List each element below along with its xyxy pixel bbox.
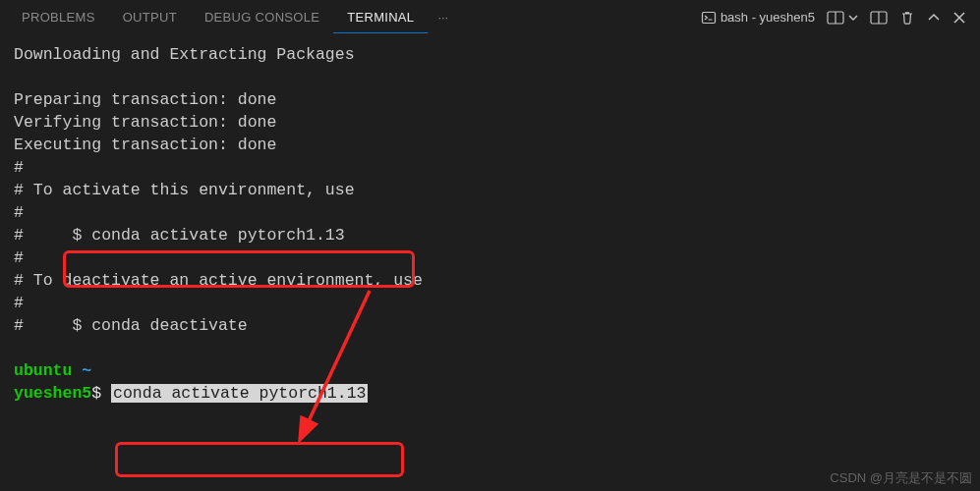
terminal-current-command: conda activate pytorch1.13 bbox=[111, 384, 368, 403]
terminal-select[interactable]: bash - yueshen5 bbox=[701, 10, 815, 26]
annotation-box bbox=[115, 442, 404, 477]
terminal-line: # bbox=[14, 203, 24, 222]
split-terminal-icon bbox=[827, 10, 844, 26]
terminal-line: Downloading and Extracting Packages bbox=[14, 45, 355, 64]
terminal-line: # $ conda activate pytorch1.13 bbox=[14, 226, 345, 245]
terminal-line: Verifying transaction: done bbox=[14, 113, 276, 132]
terminal-prompt-line: yueshen5$ conda activate pytorch1.13 bbox=[14, 384, 368, 403]
terminal-output[interactable]: Downloading and Extracting Packages Prep… bbox=[0, 35, 980, 412]
split-terminal-button[interactable] bbox=[827, 10, 858, 26]
terminal-line: # To deactivate an active environment, u… bbox=[14, 271, 423, 290]
terminal-prompt-line: ubuntu ~ bbox=[14, 361, 91, 380]
close-panel-button[interactable] bbox=[952, 11, 966, 25]
new-terminal-button[interactable] bbox=[870, 10, 888, 26]
terminal-toolbar: bash - yueshen5 bbox=[701, 10, 972, 26]
tab-output[interactable]: OUTPUT bbox=[109, 2, 191, 32]
terminal-line: # $ conda deactivate bbox=[14, 316, 248, 335]
chevron-down-icon bbox=[848, 13, 858, 23]
tabs-overflow-icon[interactable]: ··· bbox=[428, 2, 458, 32]
svg-rect-0 bbox=[702, 12, 715, 23]
watermark: CSDN @月亮是不是不圆 bbox=[830, 469, 972, 487]
terminal-line: Executing transaction: done bbox=[14, 136, 276, 154]
panel-icon bbox=[870, 10, 888, 26]
shell-name: bash - yueshen5 bbox=[721, 10, 815, 25]
maximize-panel-button[interactable] bbox=[927, 11, 941, 25]
tab-debug-console[interactable]: DEBUG CONSOLE bbox=[191, 2, 333, 32]
tab-terminal[interactable]: TERMINAL bbox=[333, 2, 428, 33]
trash-icon bbox=[899, 10, 915, 26]
terminal-line: Preparing transaction: done bbox=[14, 90, 276, 109]
chevron-up-icon bbox=[927, 11, 941, 25]
terminal-line: # bbox=[14, 158, 24, 177]
panel-tabbar: PROBLEMS OUTPUT DEBUG CONSOLE TERMINAL ·… bbox=[0, 0, 980, 35]
terminal-icon bbox=[701, 10, 717, 26]
terminal-line: # bbox=[14, 248, 24, 267]
terminal-line: # To activate this environment, use bbox=[14, 181, 355, 199]
tab-problems[interactable]: PROBLEMS bbox=[8, 2, 109, 32]
close-icon bbox=[952, 11, 966, 25]
kill-terminal-button[interactable] bbox=[899, 10, 915, 26]
terminal-line: # bbox=[14, 294, 24, 312]
